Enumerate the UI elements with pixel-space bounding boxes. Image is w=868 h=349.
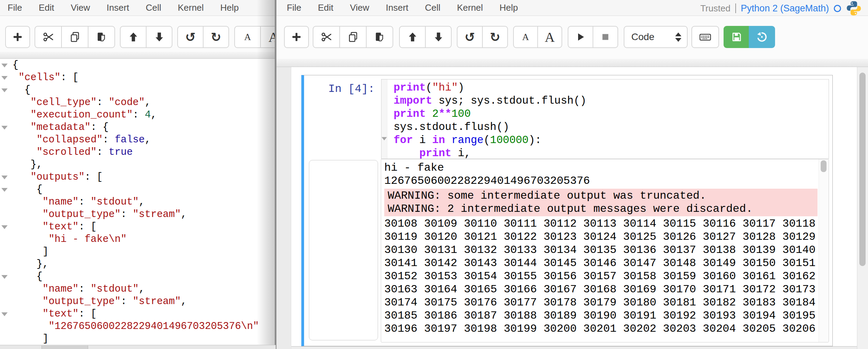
- json-text[interactable]: "1267650600228229401496703205376\n": [9, 320, 259, 333]
- json-text[interactable]: ]: [9, 333, 48, 345]
- menu-item-cell[interactable]: Cell: [425, 2, 441, 13]
- json-text[interactable]: "collapsed": false,: [9, 134, 151, 146]
- copy-cell-button[interactable]: [339, 26, 367, 48]
- copy-cell-button[interactable]: [61, 26, 88, 48]
- json-text[interactable]: {: [9, 183, 43, 196]
- code-line[interactable]: sys.stdout.flush(): [394, 121, 586, 134]
- menu-item-help[interactable]: Help: [500, 2, 518, 13]
- paste-cell-button[interactable]: [88, 26, 115, 48]
- save-notebook-button[interactable]: [724, 26, 749, 48]
- json-text[interactable]: "output_type": "stream",: [9, 208, 187, 221]
- increase-font-button[interactable]: A: [260, 26, 276, 48]
- move-cell-up-button[interactable]: [399, 26, 426, 48]
- json-text[interactable]: {: [9, 84, 30, 96]
- selected-code-cell[interactable]: In [4]: print("hi")import sys; sys.stdou…: [301, 75, 833, 346]
- toolbar-group-clipboard: [313, 26, 393, 48]
- json-text[interactable]: },: [9, 258, 48, 271]
- undo-button[interactable]: ↺: [177, 26, 204, 48]
- run-cell-button[interactable]: [568, 26, 593, 48]
- fold-arrow-icon[interactable]: [0, 121, 9, 134]
- decrease-font-button[interactable]: A: [234, 26, 261, 48]
- notebook-json-editor[interactable]: { "cells": [ { "cell_type": "code", "exe…: [0, 59, 276, 345]
- font-big-icon: A: [268, 29, 276, 45]
- menu-item-cell[interactable]: Cell: [146, 2, 161, 13]
- undo-button[interactable]: ↺: [457, 26, 483, 48]
- fold-arrow-icon[interactable]: [0, 72, 9, 84]
- json-line: {: [0, 84, 276, 96]
- cut-cell-button[interactable]: [313, 26, 340, 48]
- json-text[interactable]: },: [9, 159, 43, 171]
- menu-item-edit[interactable]: Edit: [39, 2, 54, 13]
- code-line[interactable]: import sys; sys.stdout.flush(): [394, 94, 586, 107]
- json-text[interactable]: "output_type": "stream",: [9, 295, 187, 308]
- menu-item-view[interactable]: View: [350, 2, 369, 13]
- json-text[interactable]: "outputs": [: [9, 171, 103, 183]
- cell-type-dropdown[interactable]: Code: [624, 26, 688, 48]
- menu-item-file[interactable]: File: [8, 2, 22, 13]
- menu-item-file[interactable]: File: [287, 2, 301, 13]
- increase-font-button[interactable]: A: [537, 26, 562, 48]
- menu-item-kernel[interactable]: Kernel: [178, 2, 204, 13]
- json-text[interactable]: "name": "stdout",: [9, 283, 145, 295]
- menu-item-help[interactable]: Help: [220, 2, 239, 13]
- command-palette-button[interactable]: [691, 26, 719, 48]
- code-lines[interactable]: print("hi")import sys; sys.stdout.flush(…: [387, 79, 586, 159]
- json-text[interactable]: "cell_type": "code",: [9, 96, 151, 109]
- fold-arrow-icon[interactable]: [381, 137, 387, 140]
- code-line[interactable]: print i,: [394, 147, 586, 160]
- left-horizontal-scrollbar-thumb[interactable]: [41, 346, 88, 349]
- time-travel-button[interactable]: [749, 26, 775, 48]
- code-line[interactable]: print("hi"): [394, 81, 586, 94]
- menu-item-kernel[interactable]: Kernel: [457, 2, 483, 13]
- add-cell-button[interactable]: [5, 26, 30, 48]
- json-line: "outputs": [: [0, 171, 276, 183]
- output-scrollbar[interactable]: [819, 159, 829, 342]
- menu-item-edit[interactable]: Edit: [318, 2, 333, 13]
- fold-arrow-icon[interactable]: [0, 59, 9, 72]
- json-text[interactable]: {: [9, 271, 43, 283]
- json-text[interactable]: "hi - fake\n": [9, 233, 127, 246]
- fold-arrow-icon[interactable]: [0, 271, 9, 283]
- code-editor[interactable]: print("hi")import sys; sys.stdout.flush(…: [381, 79, 829, 159]
- redo-button[interactable]: ↻: [203, 26, 229, 48]
- fold-arrow-icon[interactable]: [0, 84, 9, 96]
- json-text[interactable]: "text": [: [9, 308, 97, 320]
- paste-cell-button[interactable]: [366, 26, 393, 48]
- toolbar-group-font: A A: [513, 26, 562, 48]
- redo-button[interactable]: ↻: [482, 26, 508, 48]
- cut-cell-button[interactable]: [35, 26, 62, 48]
- json-text[interactable]: "text": [: [9, 221, 97, 233]
- output-scrollbar-thumb[interactable]: [821, 160, 827, 172]
- move-cell-down-button[interactable]: [146, 26, 172, 48]
- fold-arrow-icon[interactable]: [0, 221, 9, 233]
- menu-item-view[interactable]: View: [71, 2, 90, 13]
- line-gutter: [0, 146, 9, 159]
- add-cell-button[interactable]: [284, 26, 309, 48]
- decrease-font-button[interactable]: A: [513, 26, 538, 48]
- json-text[interactable]: "scrolled": true: [9, 146, 133, 159]
- page-vertical-scrollbar-thumb[interactable]: [859, 73, 866, 266]
- menu-item-insert[interactable]: Insert: [386, 2, 408, 13]
- json-text[interactable]: "name": "stdout",: [9, 196, 145, 208]
- fold-arrow-icon[interactable]: [0, 308, 9, 320]
- line-gutter: [0, 159, 9, 171]
- page-vertical-scrollbar[interactable]: [857, 67, 868, 349]
- menu-item-insert[interactable]: Insert: [107, 2, 129, 13]
- json-text[interactable]: {: [9, 59, 18, 72]
- json-text[interactable]: ]: [9, 246, 48, 258]
- fold-arrow-icon[interactable]: [0, 183, 9, 196]
- stop-kernel-button[interactable]: [593, 26, 618, 48]
- fold-arrow-icon[interactable]: [0, 171, 9, 183]
- move-cell-down-button[interactable]: [425, 26, 452, 48]
- json-text[interactable]: "cells": [: [9, 72, 78, 84]
- json-text[interactable]: "execution_count": 4,: [9, 109, 157, 121]
- move-cell-up-button[interactable]: [120, 26, 147, 48]
- output-prompt-area[interactable]: [309, 160, 378, 340]
- left-horizontal-scrollbar[interactable]: [0, 345, 276, 349]
- json-text[interactable]: "metadata": {: [9, 121, 108, 134]
- kernel-name[interactable]: Python 2 (SageMath): [741, 3, 829, 14]
- code-line[interactable]: for i in range(100000):: [394, 134, 586, 147]
- code-line[interactable]: print 2**100: [394, 107, 586, 121]
- line-gutter: [0, 258, 9, 271]
- scrolled-output-area[interactable]: hi - fake 126765060022822940149670320537…: [381, 159, 829, 342]
